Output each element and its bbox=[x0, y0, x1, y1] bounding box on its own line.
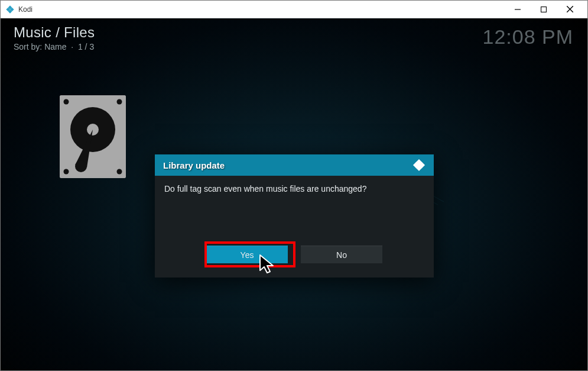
list-position: 1 / 3 bbox=[78, 42, 94, 51]
breadcrumb: Music / Files Sort by: Name · 1 / 3 bbox=[14, 24, 95, 51]
kodi-logo-icon bbox=[412, 159, 425, 172]
dialog-message: Do full tag scan even when music files a… bbox=[155, 176, 434, 241]
kodi-content: Music / Files Sort by: Name · 1 / 3 12:0… bbox=[1, 18, 587, 370]
window-titlebar: Kodi bbox=[1, 1, 587, 18]
app-window: Kodi Music / Files Sort by: Name · 1 / 3 bbox=[0, 0, 588, 371]
svg-point-10 bbox=[117, 99, 122, 105]
svg-point-12 bbox=[117, 169, 122, 175]
separator: · bbox=[69, 42, 78, 51]
window-close-button[interactable] bbox=[557, 1, 583, 18]
window-maximize-button[interactable] bbox=[531, 1, 557, 18]
breadcrumb-meta: Sort by: Name · 1 / 3 bbox=[14, 42, 95, 51]
dialog-header: Library update bbox=[155, 154, 434, 176]
svg-point-16 bbox=[75, 160, 87, 172]
window-title: Kodi bbox=[18, 5, 33, 14]
breadcrumb-path: Music / Files bbox=[14, 24, 95, 41]
dialog-title: Library update bbox=[163, 160, 225, 170]
sort-label[interactable]: Sort by: Name bbox=[14, 42, 66, 51]
hard-disk-icon[interactable] bbox=[60, 95, 126, 178]
clock: 12:08 PM bbox=[482, 25, 573, 49]
window-minimize-button[interactable] bbox=[505, 1, 531, 18]
svg-rect-5 bbox=[541, 7, 547, 12]
library-update-dialog: Library update Do full tag scan even whe… bbox=[155, 154, 434, 278]
yes-button[interactable]: Yes bbox=[206, 246, 288, 263]
kodi-icon bbox=[5, 5, 15, 14]
no-button[interactable]: No bbox=[301, 246, 382, 263]
svg-point-9 bbox=[64, 99, 69, 105]
dialog-button-row: Yes No bbox=[155, 241, 434, 278]
svg-point-11 bbox=[64, 169, 69, 175]
